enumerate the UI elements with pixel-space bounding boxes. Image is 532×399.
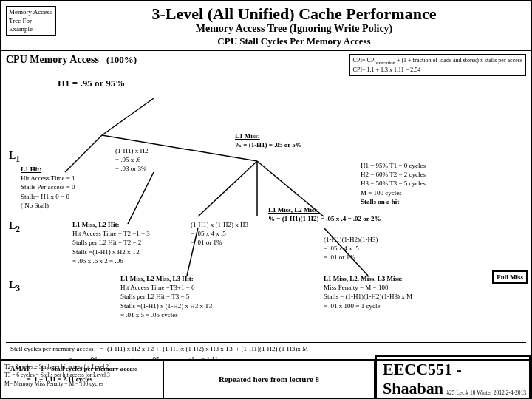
cpi-line1: CPI= CPIexecution + (1 + fraction of loa… <box>353 56 522 66</box>
l2-hit-line4: = .05 x .6 x 2 = .06 <box>72 256 180 265</box>
l1-miss-label-area: L1 Miss: % = (1-H1) = .05 or 5% <box>235 132 353 149</box>
footer-t3: T3 = 6 cycles = Stalls per hit access fo… <box>4 371 160 379</box>
page-container: Memory Access Tree For Example 3-Level (… <box>0 0 532 399</box>
branch-1h1h2-label: (1-H1) x H2 <box>115 146 174 155</box>
full-miss-box: Full Miss <box>492 270 528 284</box>
l1-label: L1 <box>9 150 20 164</box>
branch-1h1h2: (1-H1) x H2 = .05 x .6 = .03 or 3% <box>115 146 174 173</box>
l3-miss-label: L1 Miss, L2. Miss, L3 Miss: <box>324 274 471 283</box>
stall-line1: Stall cycles per memory access = (1-H1) … <box>10 344 522 355</box>
cpu-label: CPU Memory Access <box>6 54 99 66</box>
page-num: #25 Lec # 10 Winter 2012 2-4-2013 <box>446 389 526 396</box>
l3-hit-line2: Stalls per L2 Hit = T3 = 5 <box>120 292 257 301</box>
l3-hit-node: L1 Miss, L2 Miss, L3 Hit: Hit Access Tim… <box>120 274 257 319</box>
branch-l3hit-val: = .05 x 4 x .5 <box>191 229 265 238</box>
title-sub2: CPU Stall Cycles Per Memory Access <box>62 35 526 47</box>
hit-info-l2: H2 = 60% T2 = 2 cycles <box>361 170 508 179</box>
main-area: CPU Memory Access (100%) CPI= CPIexecuti… <box>1 51 531 387</box>
cpi-box: CPI= CPIexecution + (1 + fraction of loa… <box>349 54 526 76</box>
l2-miss-label: L1 Miss, L2 Miss: <box>268 205 431 214</box>
footer-mid: Repeated here from lecture 8 <box>164 361 375 398</box>
l2-hit-label: L1 Miss, L2 Hit: <box>72 220 180 229</box>
branch-1h1h2-val: = .05 x .6 <box>115 155 174 164</box>
l3-hit-line3: Stalls =(1-H1) x (1-H2) x H3 x T3 <box>120 301 257 310</box>
l1-hit-line2: Stalls Per access = 0 <box>21 183 117 191</box>
hit-info-l1: H1 = 95% T1 = 0 cycles <box>361 161 508 170</box>
cpi-line2: CPI= 1.1 + 1.3 x 1.11 = 2.54 <box>353 66 522 74</box>
branch-l3hit-val2: = .01 or 1% <box>191 238 265 247</box>
branch-l3miss-label2: = .05 x 4 x .5 <box>324 244 412 253</box>
branch-1h1h2-val2: = .03 or 3% <box>115 164 174 173</box>
cpu-row: CPU Memory Access (100%) CPI= CPIexecuti… <box>6 54 526 76</box>
l2-miss-node: L1 Miss, L2 Miss: % = (1-H1)(1-H2) = .05… <box>268 205 431 223</box>
branch-l3miss: (1-H1)(1-H2)(1-H3) = .05 x 4 x .5 = .01 … <box>324 235 412 262</box>
hit-info-l3: H3 = 50% T3 = 5 cycles <box>361 179 508 188</box>
sidebar-label: Memory Access Tree For Example <box>6 6 56 36</box>
hit-info-l4: M = 100 cycles <box>361 188 508 197</box>
title-main: 3-Level (All Unified) Cache Performance <box>62 4 526 23</box>
l1-miss-label: L1 Miss: <box>235 132 353 140</box>
l1-hit-line3: Stalls= H1 x 0 = 0 <box>21 192 117 201</box>
l3-hit-line1: Hit Access Time =T3+1 = 6 <box>120 283 257 292</box>
footer-t2: T2= 2 cycles = Stalls per hit access for… <box>4 363 160 371</box>
svg-line-0 <box>102 98 154 135</box>
svg-line-7 <box>198 161 257 216</box>
l2-hit-line2: Stalls per L2 Hit = T2 = 2 <box>72 238 180 247</box>
branch-l3hit-label: (1-H1) x (1-H2) x H3 <box>191 220 265 229</box>
h1-line: H1 = .95 or 95% <box>58 78 526 89</box>
l3-hit-label: L1 Miss, L2 Miss, L3 Hit: <box>120 274 257 283</box>
hit-info-l5: Stalls on a hit <box>361 197 508 206</box>
title-sub: Memory Access Tree (Ignoring Write Polic… <box>62 23 526 35</box>
l1-hit-line1: Hit Access Time = 1 <box>21 174 117 183</box>
footer-left: T2= 2 cycles = Stalls per hit access for… <box>1 361 164 398</box>
title-block: 3-Level (All Unified) Cache Performance … <box>62 4 526 47</box>
l2-hit-node: L1 Miss, L2 Hit: Hit Access Time = T2 +1… <box>72 220 180 265</box>
hit-info-box: H1 = 95% T1 = 0 cycles H2 = 60% T2 = 2 c… <box>361 161 508 206</box>
cpu-percent: (100%) <box>106 54 137 66</box>
l3-miss-line1: Miss Penalty = M = 100 <box>324 283 471 292</box>
footer-m: M= Memory Miss Penalty = M = 100 cycles <box>4 380 160 388</box>
l1-miss-val: % = (1-H1) = .05 or 5% <box>235 140 353 149</box>
l2-hit-line3: Stalls =(1-H1) x H2 x T2 <box>72 248 180 256</box>
l3-label: L3 <box>9 279 20 293</box>
branch-l3miss-label3: = .01 or 1% <box>324 253 412 262</box>
l1-hit-line4: ( No Stall) <box>21 201 117 210</box>
header-area: Memory Access Tree For Example 3-Level (… <box>1 1 531 51</box>
footer-mid-text: Repeated here from lecture 8 <box>219 375 319 383</box>
l2-hit-line1: Hit Access Time = T2 +1 = 3 <box>72 229 180 238</box>
svg-line-3 <box>128 172 154 224</box>
l3-miss-node: L1 Miss, L2. Miss, L3 Miss: Miss Penalty… <box>324 274 471 310</box>
branch-l3hit: (1-H1) x (1-H2) x H3 = .05 x 4 x .5 = .0… <box>191 220 265 247</box>
l2-miss-val: % = (1-H1)(1-H2) = .05 x .4 = .02 or 2% <box>268 214 431 223</box>
l3-miss-line3: = .01 x 100 = 1 cycle <box>324 301 471 310</box>
l3-hit-line4: = .01 x 5 = .05 cycles <box>120 310 257 319</box>
branch-l3miss-label: (1-H1)(1-H2)(1-H3) <box>324 235 412 244</box>
l1-hit-label: L1 Hit: <box>21 165 117 174</box>
l1-hit-node: L1 Hit: Hit Access Time = 1 Stalls Per a… <box>21 165 117 210</box>
l2-label: L2 <box>9 220 20 234</box>
tree-area: L1 L1 Hit: Hit Access Time = 1 Stalls Pe… <box>6 91 529 342</box>
l3-miss-line2: Stalls = (1-H1)(1-H2)(1-H3) x M <box>324 292 471 301</box>
